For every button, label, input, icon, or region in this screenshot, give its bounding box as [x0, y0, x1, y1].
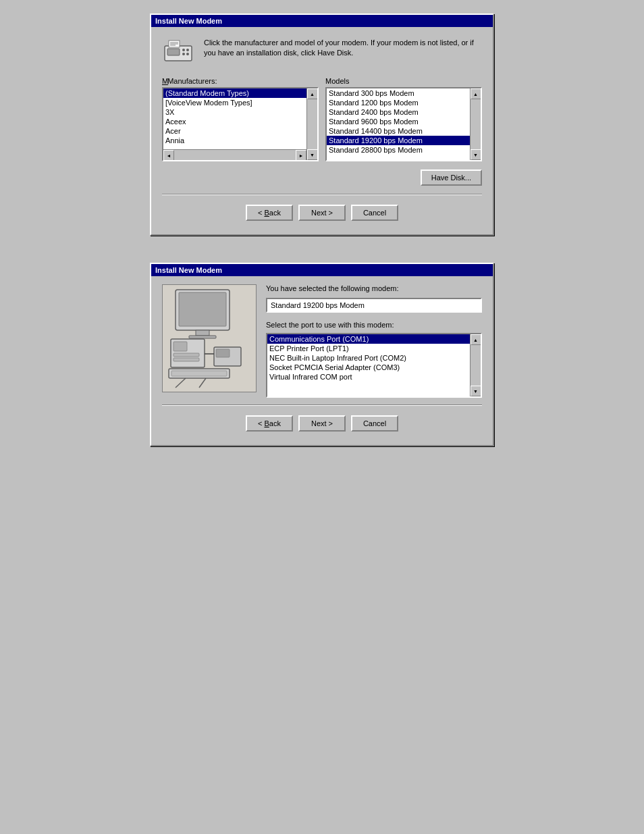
modem-icon-svg	[163, 36, 193, 66]
list-item[interactable]: NEC Built-in Laptop Infrared Port (COM2)	[267, 353, 470, 363]
svg-rect-15	[173, 342, 187, 351]
list-item[interactable]: Standard 300 bps Modem	[327, 88, 470, 98]
selected-modem-label: You have selected the following modem:	[266, 284, 482, 292]
scroll-down-btn[interactable]: ▼	[471, 386, 481, 396]
svg-rect-12	[196, 330, 209, 336]
svg-line-23	[176, 378, 186, 388]
svg-rect-1	[167, 49, 180, 55]
d2-right-panel: You have selected the following modem: S…	[266, 284, 482, 398]
list-item[interactable]: Standard 28800 bps Modem	[327, 145, 470, 155]
list-item[interactable]: Annia	[163, 136, 306, 145]
list-item[interactable]: Virtual Infrared COM port	[267, 372, 470, 382]
hscroll-left-btn[interactable]: ◄	[163, 150, 174, 161]
have-disk-row: Have Disk...	[162, 170, 482, 186]
scroll-track	[471, 99, 481, 149]
svg-point-2	[182, 49, 185, 51]
manufacturers-label: MManufacturers:	[162, 77, 319, 85]
back-button[interactable]: < Back	[246, 415, 293, 432]
list-item[interactable]: Standard 2400 bps Modem	[327, 107, 470, 117]
list-item[interactable]: [VoiceView Modem Types]	[163, 98, 306, 107]
svg-rect-16	[173, 353, 199, 357]
computer-svg	[165, 286, 253, 391]
computer-illustration	[162, 284, 257, 392]
list-section: MManufacturers: (Standard Modem Types) […	[162, 77, 482, 161]
dialog1-button-row: < Back Next > Cancel	[162, 202, 482, 226]
scroll-up-btn[interactable]: ▲	[471, 334, 481, 345]
list-item[interactable]: 3X	[163, 107, 306, 117]
list-item[interactable]: Aceex	[163, 117, 306, 126]
modem-icon	[162, 35, 194, 68]
port-listbox[interactable]: Communications Port (COM1) ECP Printer P…	[266, 333, 482, 398]
manufacturers-scrollbar[interactable]: ▲ ▼	[306, 88, 317, 160]
models-label: Models	[325, 77, 482, 85]
models-list-inner: Standard 300 bps Modem Standard 1200 bps…	[327, 88, 470, 160]
dialog1-title-bar: Install New Modem	[151, 15, 493, 27]
dialog2-button-row: < Back Next > Cancel	[162, 413, 482, 437]
list-item[interactable]: Communications Port (COM1)	[267, 334, 470, 344]
models-listbox[interactable]: Standard 300 bps Modem Standard 1200 bps…	[325, 87, 482, 161]
separator	[162, 405, 482, 406]
svg-rect-11	[179, 292, 226, 326]
dialog2-install-modem: Install New Modem	[150, 263, 494, 446]
list-item[interactable]: Standard 9600 bps Modem	[327, 117, 470, 126]
svg-line-24	[199, 378, 206, 388]
dialog2-content: You have selected the following modem: S…	[151, 276, 493, 445]
scroll-track	[471, 345, 481, 386]
port-list-inner: Communications Port (COM1) ECP Printer P…	[267, 334, 470, 382]
svg-rect-19	[171, 371, 227, 376]
scroll-up-btn[interactable]: ▲	[471, 88, 481, 99]
modem-name-display: Standard 19200 bps Modem	[266, 298, 482, 313]
svg-rect-21	[216, 349, 230, 357]
manufacturers-listbox[interactable]: (Standard Modem Types) [VoiceView Modem …	[162, 87, 319, 161]
dialog1-top-section: Click the manufacturer and model of your…	[162, 35, 482, 68]
list-item[interactable]: Socket PCMCIA Serial Adapter (COM3)	[267, 363, 470, 372]
dialog1-content: Click the manufacturer and model of your…	[151, 27, 493, 234]
scroll-track	[307, 99, 317, 149]
list-item[interactable]: Standard 14400 bps Modem	[327, 126, 470, 136]
svg-point-5	[186, 53, 189, 55]
list-item[interactable]: (Standard Modem Types)	[163, 88, 306, 98]
list-item[interactable]: Standard 1200 bps Modem	[327, 98, 470, 107]
dialog1-title: Install New Modem	[155, 17, 222, 25]
back-button[interactable]: < Back	[246, 205, 293, 221]
cancel-button[interactable]: Cancel	[351, 205, 398, 221]
svg-point-3	[186, 49, 189, 51]
list-item[interactable]: ECP Printer Port (LPT1)	[267, 344, 470, 353]
have-disk-button[interactable]: Have Disk...	[421, 170, 482, 186]
scroll-down-btn[interactable]: ▼	[307, 149, 318, 160]
dialog1-install-modem: Install New Modem C	[150, 14, 494, 236]
list-item[interactable]: Acer	[163, 126, 306, 136]
cancel-button[interactable]: Cancel	[351, 415, 398, 432]
models-scrollbar[interactable]: ▲ ▼	[470, 88, 481, 160]
svg-point-4	[182, 53, 185, 55]
list-item[interactable]: Standard 19200 bps Modem	[327, 136, 470, 145]
dialog2-title: Install New Modem	[155, 266, 222, 274]
port-scrollbar[interactable]: ▲ ▼	[470, 334, 481, 396]
scroll-down-btn[interactable]: ▼	[471, 149, 481, 160]
port-selection-label: Select the port to use with this modem:	[266, 321, 482, 329]
hscroll-right-btn[interactable]: ►	[296, 150, 306, 161]
hscroll-track	[174, 150, 296, 160]
separator	[162, 194, 482, 195]
next-button[interactable]: Next >	[298, 415, 346, 432]
next-button[interactable]: Next >	[298, 205, 346, 221]
dialog2-title-bar: Install New Modem	[151, 264, 493, 276]
hscroll[interactable]: ◄ ►	[163, 149, 306, 160]
manufacturers-col: MManufacturers: (Standard Modem Types) […	[162, 77, 319, 161]
svg-rect-17	[173, 358, 199, 361]
d2-main: You have selected the following modem: S…	[162, 284, 482, 398]
models-col: Models Standard 300 bps Modem Standard 1…	[325, 77, 482, 161]
dialog1-description: Click the manufacturer and model of your…	[204, 35, 482, 59]
scroll-up-btn[interactable]: ▲	[307, 88, 318, 99]
svg-rect-13	[189, 336, 216, 338]
